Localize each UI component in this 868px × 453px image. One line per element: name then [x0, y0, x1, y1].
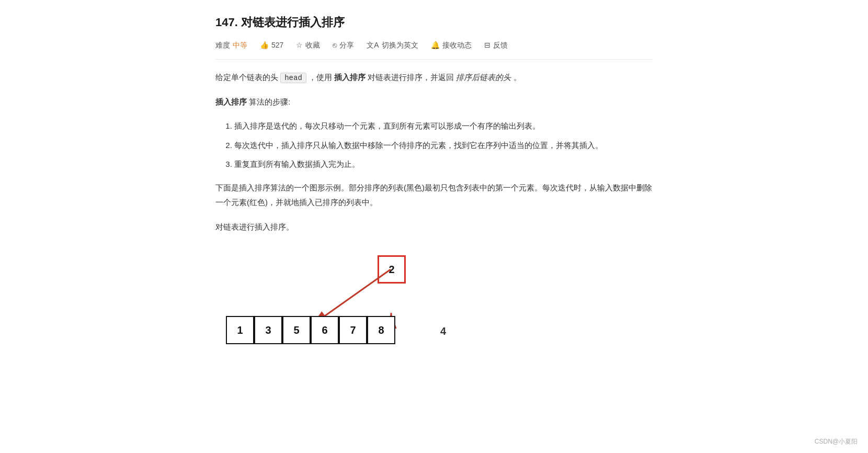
list-box-3: 3	[254, 316, 282, 344]
highlighted-node-2: 2	[378, 255, 406, 284]
section-heading: 插入排序 算法的步骤:	[215, 95, 653, 110]
steps-list: 插入排序是迭代的，每次只移动一个元素，直到所有元素可以形成一个有序的输出列表。 …	[215, 119, 653, 172]
bold-insertion-sort: 插入排序	[334, 73, 366, 82]
section-subtitle: 算法的步骤:	[249, 97, 290, 106]
switch-lang-item[interactable]: 文A 切换为英文	[367, 39, 418, 52]
star-icon: ☆	[296, 39, 303, 52]
feedback-item[interactable]: ⊟ 反馈	[484, 39, 508, 52]
toolbar: 难度 中等 👍 527 ☆ 收藏 ⎋ 分享 文A 切换为英文 🔔 接收动态 ⊟ …	[215, 39, 653, 60]
step-3: 重复直到所有输入数据插入完为止。	[234, 157, 653, 172]
list-box-1: 1	[226, 316, 254, 344]
step-1: 插入排序是迭代的，每次只移动一个元素，直到所有元素可以形成一个有序的输出列表。	[234, 119, 653, 134]
like-item[interactable]: 👍 527	[260, 39, 283, 52]
diagram-section: 2 1 3 5 6 7 8	[215, 250, 653, 355]
like-icon: 👍	[260, 39, 269, 52]
intro-text-2: ，使用	[309, 73, 332, 82]
italic-head: 排序后链表的头	[456, 73, 511, 82]
collect-label: 收藏	[305, 39, 320, 52]
switch-lang-label: 切换为英文	[382, 39, 418, 52]
bell-icon: 🔔	[431, 39, 440, 52]
notify-item[interactable]: 🔔 接收动态	[431, 39, 472, 52]
list-boxes: 1 3 5 6 7 8	[226, 316, 395, 344]
difficulty-value: 中等	[233, 39, 247, 52]
highlight-value: 2	[389, 261, 394, 278]
task-line: 对链表进行插入排序。	[215, 220, 653, 235]
list-box-8: 8	[367, 316, 395, 344]
intro-text-4: 。	[513, 73, 521, 82]
collect-item[interactable]: ☆ 收藏	[296, 39, 320, 52]
difficulty-label: 难度	[215, 39, 230, 52]
intro-paragraph: 给定单个链表的头 head ，使用 插入排序 对链表进行排序，并返回 排序后链表…	[215, 70, 653, 85]
difficulty-item: 难度 中等	[215, 39, 247, 52]
share-item[interactable]: ⎋ 分享	[333, 39, 354, 52]
intro-text-1: 给定单个链表的头	[215, 73, 278, 82]
list-box-5: 5	[282, 316, 311, 344]
head-code: head	[280, 73, 306, 83]
intro-text-3: 对链表进行排序，并返回	[368, 73, 454, 82]
section-title: 插入排序	[215, 97, 247, 106]
extra-label-4: 4	[440, 322, 446, 340]
list-box-7: 7	[339, 316, 367, 344]
translate-icon: 文A	[367, 39, 379, 52]
page-container: 147. 对链表进行插入排序 难度 中等 👍 527 ☆ 收藏 ⎋ 分享 文A …	[199, 0, 669, 386]
page-title: 147. 对链表进行插入排序	[215, 13, 653, 32]
feedback-label: 反馈	[493, 39, 508, 52]
notify-label: 接收动态	[442, 39, 472, 52]
share-label: 分享	[339, 39, 354, 52]
diagram-desc: 下面是插入排序算法的一个图形示例。部分排序的列表(黑色)最初只包含列表中的第一个…	[215, 180, 653, 210]
share-icon: ⎋	[333, 39, 337, 52]
step-2: 每次迭代中，插入排序只从输入数据中移除一个待排序的元素，找到它在序列中适当的位置…	[234, 138, 653, 153]
like-count: 527	[271, 39, 283, 52]
list-box-6: 6	[311, 316, 339, 344]
feedback-icon: ⊟	[484, 39, 490, 52]
